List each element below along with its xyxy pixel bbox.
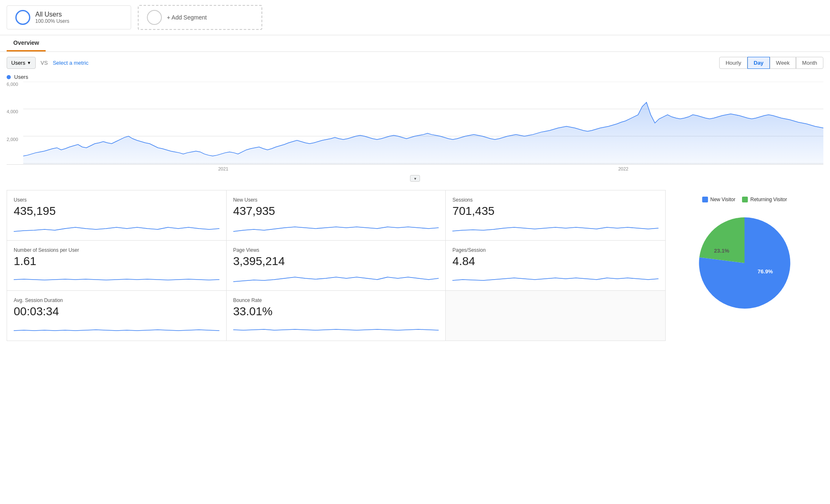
sparkline-svg-new-users [233, 221, 439, 234]
chart-svg-wrapper [23, 82, 823, 164]
metric-value-page-views: 3,395,214 [233, 255, 439, 268]
legend-label-users: Users [14, 74, 28, 80]
chart-area: 6,000 4,000 2,000 [7, 82, 823, 165]
chart-x-labels: 2021 2022 [7, 165, 823, 173]
metric-sparkline-new-users [233, 221, 439, 234]
chart-area-fill [23, 102, 823, 164]
legend-label-new-visitor: New Visitor [710, 197, 735, 202]
metric-card-sessions-per-user: Number of Sessions per User 1.61 [7, 241, 227, 291]
sparkline-svg-users [14, 221, 220, 234]
metric-sparkline-sessions [452, 221, 659, 234]
metric-sparkline-users [14, 221, 220, 234]
metric-title-bounce-rate: Bounce Rate [233, 297, 439, 303]
segment-bar: All Users 100.00% Users + Add Segment [0, 0, 830, 35]
pie-section: New Visitor Returning Visitor [666, 190, 823, 341]
metric-sparkline-avg-session [14, 321, 220, 334]
legend-color-new-visitor [702, 197, 708, 202]
expand-icon[interactable]: ▾ [410, 175, 420, 182]
tab-bar: Overview [0, 35, 830, 52]
vs-text: VS [41, 60, 48, 66]
sparkline-svg-br [233, 321, 439, 334]
metric-selector: Users ▼ VS Select a metric [7, 57, 88, 69]
metric-sparkline-pages-per-session [452, 271, 659, 284]
metric-title-avg-session: Avg. Session Duration [14, 297, 220, 303]
metric-title-pages-per-session: Pages/Session [452, 247, 659, 253]
metrics-section: Users 435,195 New Users 437,935 Sessions… [0, 183, 830, 348]
time-btn-hourly[interactable]: Hourly [719, 57, 747, 69]
pie-legend-new-visitor: New Visitor [702, 197, 735, 202]
metric-title-sessions: Sessions [452, 197, 659, 203]
time-btn-day[interactable]: Day [747, 57, 770, 69]
pie-slice-returning-visitor [699, 217, 745, 263]
pie-label-returning-visitor: 23.1% [714, 248, 730, 254]
sparkline-svg-asd [14, 321, 220, 334]
segment-name: All Users [35, 11, 69, 18]
y-label-6000: 6,000 [7, 82, 18, 87]
metric-value-pages-per-session: 4.84 [452, 255, 659, 268]
sparkline-svg-spu [14, 271, 220, 284]
metric-value-new-users: 437,935 [233, 205, 439, 218]
metric-card-empty [446, 291, 665, 341]
metric-value-avg-session: 00:03:34 [14, 305, 220, 318]
sparkline-svg-sessions [452, 221, 659, 234]
legend-dot-users [7, 75, 11, 79]
chart-controls: Users ▼ VS Select a metric Hourly Day We… [0, 52, 830, 74]
y-label-2000: 2,000 [7, 137, 18, 142]
metric-dropdown-button[interactable]: Users ▼ [7, 57, 36, 69]
metric-value-bounce-rate: 33.01% [233, 305, 439, 318]
add-segment-button[interactable]: + Add Segment [138, 5, 262, 30]
time-btn-week[interactable]: Week [770, 57, 796, 69]
metric-value-sessions-per-user: 1.61 [14, 255, 220, 268]
metric-card-new-users: New Users 437,935 [227, 190, 446, 241]
x-label-2022: 2022 [618, 166, 628, 171]
pie-label-new-visitor: 76.9% [758, 268, 773, 275]
chart-legend: Users [7, 74, 823, 80]
pie-chart-svg: 76.9% 23.1% [691, 209, 798, 317]
chart-container: Users 6,000 4,000 2,000 [0, 74, 830, 183]
select-metric-link[interactable]: Select a metric [53, 60, 88, 66]
add-segment-circle [147, 10, 162, 25]
metric-sparkline-page-views [233, 271, 439, 284]
metric-value-sessions: 701,435 [452, 205, 659, 218]
metric-card-sessions: Sessions 701,435 [446, 190, 665, 241]
all-users-segment[interactable]: All Users 100.00% Users [7, 5, 131, 29]
metric-card-page-views: Page Views 3,395,214 [227, 241, 446, 291]
metrics-grid: Users 435,195 New Users 437,935 Sessions… [7, 190, 666, 341]
segment-sub: 100.00% Users [35, 18, 69, 24]
pie-wrapper: 76.9% 23.1% [691, 209, 798, 317]
metric-sparkline-sessions-per-user [14, 271, 220, 284]
metric-title-users: Users [14, 197, 220, 203]
legend-label-returning-visitor: Returning Visitor [750, 197, 787, 202]
metric-sparkline-bounce-rate [233, 321, 439, 334]
main-chart-svg [23, 82, 823, 164]
chart-y-labels: 6,000 4,000 2,000 [7, 82, 18, 164]
segment-info: All Users 100.00% Users [35, 11, 69, 24]
pie-legend-returning-visitor: Returning Visitor [742, 197, 787, 202]
metric-title-new-users: New Users [233, 197, 439, 203]
time-btn-month[interactable]: Month [796, 57, 823, 69]
segment-circle [15, 10, 30, 25]
metric-value-users: 435,195 [14, 205, 220, 218]
y-label-4000: 4,000 [7, 109, 18, 114]
add-segment-label: + Add Segment [167, 14, 207, 21]
metric-card-bounce-rate: Bounce Rate 33.01% [227, 291, 446, 341]
legend-color-returning-visitor [742, 197, 748, 202]
tab-overview[interactable]: Overview [7, 35, 46, 51]
metric-card-pages-per-session: Pages/Session 4.84 [446, 241, 665, 291]
metric-dropdown-arrow: ▼ [27, 61, 31, 65]
x-label-2021: 2021 [218, 166, 228, 171]
metric-title-page-views: Page Views [233, 247, 439, 253]
metric-card-avg-session: Avg. Session Duration 00:03:34 [7, 291, 227, 341]
sparkline-svg-pv [233, 271, 439, 284]
metric-label: Users [11, 60, 25, 66]
chart-expand-btn: ▾ [7, 173, 823, 183]
metric-card-users: Users 435,195 [7, 190, 227, 241]
time-buttons: Hourly Day Week Month [719, 57, 823, 69]
pie-legend: New Visitor Returning Visitor [702, 197, 787, 202]
sparkline-svg-pps [452, 271, 659, 284]
metric-title-sessions-per-user: Number of Sessions per User [14, 247, 220, 253]
